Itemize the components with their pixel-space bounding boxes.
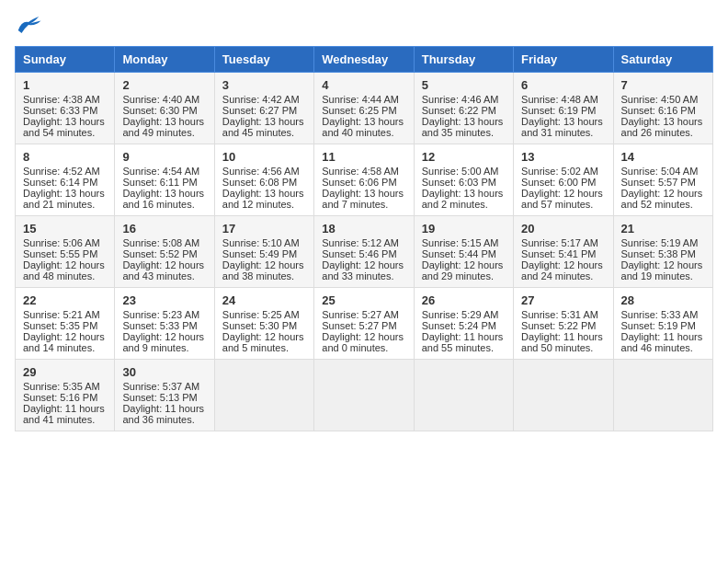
calendar-cell: 14Sunrise: 5:04 AMSunset: 5:57 PMDayligh… xyxy=(613,144,712,216)
day-info-line: and 29 minutes. xyxy=(422,270,506,282)
day-number: 25 xyxy=(322,293,405,307)
day-info-line: Sunrise: 5:19 AM xyxy=(621,237,705,248)
calendar-cell: 23Sunrise: 5:23 AMSunset: 5:33 PMDayligh… xyxy=(115,288,214,360)
calendar-cell: 5Sunrise: 4:46 AMSunset: 6:22 PMDaylight… xyxy=(414,73,513,144)
day-info-line: Daylight: 12 hours xyxy=(122,331,206,342)
day-info-line: Sunset: 5:24 PM xyxy=(422,320,506,331)
day-info-line: Daylight: 13 hours xyxy=(422,188,506,199)
calendar-cell: 17Sunrise: 5:10 AMSunset: 5:49 PMDayligh… xyxy=(214,216,313,288)
day-info-line: Sunset: 5:38 PM xyxy=(621,248,705,259)
day-number: 24 xyxy=(222,293,306,307)
day-info-line: Sunrise: 5:35 AM xyxy=(23,381,107,392)
calendar-cell: 6Sunrise: 4:48 AMSunset: 6:19 PMDaylight… xyxy=(514,73,613,144)
page-header xyxy=(15,15,713,35)
calendar-cell: 28Sunrise: 5:33 AMSunset: 5:19 PMDayligh… xyxy=(613,288,712,360)
day-info-line: and 52 minutes. xyxy=(621,199,705,210)
day-info-line: Sunset: 5:44 PM xyxy=(422,248,506,259)
day-info-line: Daylight: 12 hours xyxy=(122,259,206,270)
day-info-line: Daylight: 12 hours xyxy=(23,331,107,342)
day-info-line: Sunset: 6:03 PM xyxy=(422,177,506,188)
day-number: 28 xyxy=(621,293,705,307)
calendar-cell: 2Sunrise: 4:40 AMSunset: 6:30 PMDaylight… xyxy=(115,73,214,144)
day-info-line: Sunrise: 4:56 AM xyxy=(222,166,306,177)
day-info-line: Daylight: 12 hours xyxy=(222,331,306,342)
calendar-cell: 7Sunrise: 4:50 AMSunset: 6:16 PMDaylight… xyxy=(613,73,712,144)
day-info-line: Sunset: 6:06 PM xyxy=(322,177,405,188)
day-number: 29 xyxy=(23,365,107,379)
week-row-0: 1Sunrise: 4:38 AMSunset: 6:33 PMDaylight… xyxy=(16,73,713,144)
day-info-line: Sunrise: 5:08 AM xyxy=(122,237,206,248)
day-info-line: Daylight: 11 hours xyxy=(23,403,107,414)
day-info-line: Sunrise: 5:06 AM xyxy=(23,237,107,248)
day-number: 3 xyxy=(222,78,306,92)
day-info-line: and 12 minutes. xyxy=(222,199,306,210)
day-info-line: Daylight: 12 hours xyxy=(222,259,306,270)
week-row-1: 8Sunrise: 4:52 AMSunset: 6:14 PMDaylight… xyxy=(16,144,713,216)
day-info-line: and 19 minutes. xyxy=(621,270,705,282)
day-info-line: Sunrise: 4:54 AM xyxy=(122,166,206,177)
calendar-cell: 20Sunrise: 5:17 AMSunset: 5:41 PMDayligh… xyxy=(514,216,613,288)
day-number: 18 xyxy=(322,222,405,236)
day-info-line: and 24 minutes. xyxy=(521,270,605,282)
day-info-line: Sunrise: 5:21 AM xyxy=(23,309,107,320)
day-info-line: Daylight: 13 hours xyxy=(222,188,306,199)
header-thursday: Thursday xyxy=(414,47,513,73)
day-info-line: Sunrise: 5:31 AM xyxy=(521,309,605,320)
day-info-line: Daylight: 13 hours xyxy=(322,116,405,127)
day-info-line: Sunset: 5:33 PM xyxy=(122,320,206,331)
day-info-line: and 5 minutes. xyxy=(222,342,306,353)
day-info-line: and 35 minutes. xyxy=(422,127,506,138)
day-info-line: Sunset: 6:33 PM xyxy=(23,105,107,116)
day-info-line: and 16 minutes. xyxy=(122,199,206,210)
calendar-cell: 27Sunrise: 5:31 AMSunset: 5:22 PMDayligh… xyxy=(514,288,613,360)
day-number: 17 xyxy=(222,222,306,236)
calendar-cell: 1Sunrise: 4:38 AMSunset: 6:33 PMDaylight… xyxy=(16,73,115,144)
day-info-line: Sunrise: 5:33 AM xyxy=(621,309,705,320)
day-info-line: Daylight: 12 hours xyxy=(322,259,405,270)
day-info-line: and 36 minutes. xyxy=(122,414,206,425)
day-info-line: and 48 minutes. xyxy=(23,270,107,282)
day-info-line: Sunrise: 4:52 AM xyxy=(23,166,107,177)
day-info-line: and 31 minutes. xyxy=(521,127,605,138)
day-number: 21 xyxy=(621,222,705,236)
day-info-line: Daylight: 12 hours xyxy=(322,331,405,342)
day-number: 30 xyxy=(122,365,206,379)
day-info-line: Sunset: 5:30 PM xyxy=(222,320,306,331)
day-info-line: Sunrise: 5:25 AM xyxy=(222,309,306,320)
day-info-line: Sunset: 5:35 PM xyxy=(23,320,107,331)
day-info-line: Daylight: 12 hours xyxy=(521,188,605,199)
day-info-line: Daylight: 13 hours xyxy=(122,116,206,127)
day-info-line: and 50 minutes. xyxy=(521,342,605,353)
day-info-line: Sunset: 5:22 PM xyxy=(521,320,605,331)
day-number: 12 xyxy=(422,150,506,164)
day-info-line: Daylight: 13 hours xyxy=(222,116,306,127)
day-info-line: and 57 minutes. xyxy=(521,199,605,210)
day-info-line: Sunrise: 4:58 AM xyxy=(322,166,405,177)
day-info-line: Sunset: 5:41 PM xyxy=(521,248,605,259)
day-number: 13 xyxy=(521,150,605,164)
day-number: 23 xyxy=(122,293,206,307)
day-info-line: and 33 minutes. xyxy=(322,270,405,282)
day-info-line: Sunset: 6:30 PM xyxy=(122,105,206,116)
day-info-line: Sunset: 6:11 PM xyxy=(122,177,206,188)
calendar-cell: 22Sunrise: 5:21 AMSunset: 5:35 PMDayligh… xyxy=(16,288,115,360)
day-number: 11 xyxy=(322,150,405,164)
day-info-line: and 0 minutes. xyxy=(322,342,405,353)
day-info-line: and 38 minutes. xyxy=(222,270,306,282)
day-info-line: and 45 minutes. xyxy=(222,127,306,138)
calendar-cell: 24Sunrise: 5:25 AMSunset: 5:30 PMDayligh… xyxy=(214,288,313,360)
day-info-line: Sunset: 6:14 PM xyxy=(23,177,107,188)
day-info-line: and 49 minutes. xyxy=(122,127,206,138)
logo-icon xyxy=(15,15,42,35)
day-number: 9 xyxy=(122,150,206,164)
day-info-line: and 46 minutes. xyxy=(621,342,705,353)
day-info-line: Sunset: 5:13 PM xyxy=(122,392,206,403)
calendar-cell: 10Sunrise: 4:56 AMSunset: 6:08 PMDayligh… xyxy=(214,144,313,216)
calendar-cell: 18Sunrise: 5:12 AMSunset: 5:46 PMDayligh… xyxy=(314,216,414,288)
header-tuesday: Tuesday xyxy=(214,47,313,73)
day-info-line: and 21 minutes. xyxy=(23,199,107,210)
day-info-line: Sunset: 5:55 PM xyxy=(23,248,107,259)
day-info-line: Sunset: 6:08 PM xyxy=(222,177,306,188)
calendar-cell: 29Sunrise: 5:35 AMSunset: 5:16 PMDayligh… xyxy=(16,360,115,431)
day-info-line: Sunrise: 4:40 AM xyxy=(122,94,206,105)
